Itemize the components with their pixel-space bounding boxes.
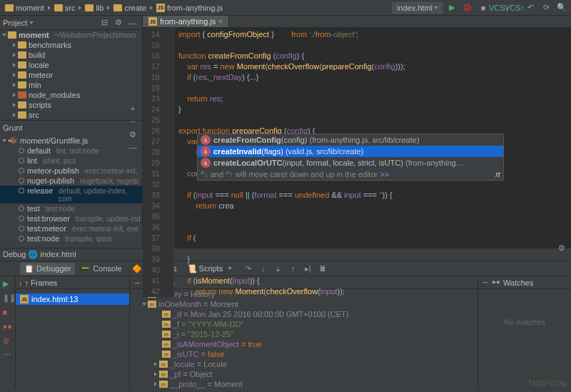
vcs-commit-icon[interactable]: VCS↑ <box>508 1 521 14</box>
close-icon[interactable]: × <box>218 18 222 25</box>
line-gutter: 14 15 16 17 18 19 23 24 25 26 27 28 29 3… <box>143 28 164 297</box>
completion-hint: ^↓ and ^↑ will move caret down and up in… <box>198 169 503 180</box>
tree-folder[interactable]: locale <box>0 60 142 70</box>
tree-folder[interactable]: benchmarks <box>0 40 142 50</box>
breadcrumb: moment src lib create JSfrom-anything.js <box>3 3 225 13</box>
vcs-update-icon[interactable]: VCS↓ <box>492 1 505 14</box>
watermark: TMOP.COM <box>528 380 567 388</box>
grunt-header: Grunt + − ⚙ — <box>0 121 142 135</box>
top-toolbar: moment src lib create JSfrom-anything.js… <box>0 0 571 16</box>
variable-row[interactable]: minOneMonth = Moment <box>130 299 477 309</box>
project-tree[interactable]: moment~/WebstormProjects/mom benchmarksb… <box>0 30 142 120</box>
resume-icon[interactable]: ▶ <box>3 279 13 289</box>
variable-row[interactable]: m_isAMomentObject = true <box>130 339 477 349</box>
view-breakpoints-icon[interactable]: ●● <box>3 322 13 332</box>
completion-item[interactable]: λcreateFromConfig(config) (from-anything… <box>198 134 503 146</box>
tree-folder[interactable]: min <box>0 80 142 90</box>
tree-folder[interactable]: build <box>0 50 142 60</box>
variable-row[interactable]: m_isUTC = false <box>130 349 477 359</box>
grunt-task[interactable]: test:browsertranspile, update-ind <box>0 213 142 223</box>
mute-breakpoints-icon[interactable]: ⊘ <box>3 336 13 346</box>
editor-tabs: JSfrom-anything.js× <box>143 16 571 28</box>
hide-icon[interactable]: — <box>126 141 139 154</box>
variable-row[interactable]: m__proto__ = Moment <box>130 379 477 389</box>
hint-link[interactable]: >> <box>380 170 389 179</box>
debug-icon[interactable]: 🐞 <box>461 1 474 14</box>
tree-root[interactable]: moment~/WebstormProjects/mom <box>0 30 142 40</box>
collapse-icon[interactable]: ⊟ <box>98 16 111 29</box>
frame-row[interactable]: JSindex.html:13 <box>16 293 129 305</box>
revert-icon[interactable]: ↶ <box>524 1 537 14</box>
run-icon[interactable]: ▶ <box>445 1 458 14</box>
variable-row[interactable]: m_i = "2015-12-25" <box>130 329 477 339</box>
settings-icon[interactable]: ⋯ <box>3 351 13 361</box>
code-editor[interactable]: 14 15 16 17 18 19 23 24 25 26 27 28 29 3… <box>143 28 571 297</box>
pause-icon[interactable]: ❚❚ <box>3 293 13 303</box>
frames-header: ↓ ↑ Frames <box>16 276 129 289</box>
tree-folder[interactable]: src <box>0 110 142 120</box>
minus-icon[interactable]: − <box>126 115 139 128</box>
grunt-task[interactable]: lintjshint, jscs <box>0 156 142 166</box>
tab-console[interactable]: 📟 Console <box>76 263 126 275</box>
run-config-selector[interactable]: index.html <box>392 2 443 14</box>
crumb-1[interactable]: src <box>52 3 78 13</box>
grunt-task[interactable]: defaultlint, test:node <box>0 146 142 156</box>
completion-item[interactable]: λcreateInvalid(flags) (valid.js, src/lib… <box>198 146 503 157</box>
gear-icon[interactable]: ⚙ <box>126 128 139 141</box>
tree-folder[interactable]: scripts <box>0 100 142 110</box>
grunt-task[interactable]: test:meteorexec:meteor-init, exe <box>0 223 142 233</box>
variable-row[interactable]: m_d = Mon Jan 25 2016 00:00:00 GMT+0100 … <box>130 309 477 319</box>
tab-debugger[interactable]: 📋 Debugger <box>20 263 75 275</box>
crumb-0[interactable]: moment <box>3 3 46 13</box>
add-icon[interactable]: + <box>126 102 139 115</box>
search-icon[interactable]: 🔍 <box>555 1 568 14</box>
project-label: Project <box>3 19 27 27</box>
completion-popup[interactable]: λcreateFromConfig(config) (from-anything… <box>197 134 504 181</box>
editor-tab[interactable]: JSfrom-anything.js× <box>143 16 229 27</box>
debug-side-controls: ▶ ❚❚ ■ ●● ⊘ ⋯ <box>0 276 16 389</box>
gear-icon[interactable]: ⚙ <box>112 16 125 29</box>
crumb-file[interactable]: JSfrom-anything.js <box>154 3 225 13</box>
crumb-2[interactable]: lib <box>83 3 106 13</box>
variable-row[interactable]: m_pf = Object <box>130 369 477 379</box>
grunt-task[interactable]: testtest:node <box>0 203 142 213</box>
tree-folder[interactable]: node_modules <box>0 90 142 100</box>
stop-icon[interactable]: ■ <box>477 1 490 14</box>
grunt-task[interactable]: test:nodetranspile, qtest <box>0 233 142 243</box>
variable-row[interactable]: m_locale = Locale <box>130 359 477 369</box>
grunt-task[interactable]: releasedefault, update-index, com <box>0 186 142 203</box>
hide-icon[interactable]: — <box>126 16 139 29</box>
completion-item[interactable]: λcreateLocalOrUTC(input, format, locale,… <box>198 157 503 169</box>
grunt-task[interactable]: nuget-publishnugetpack, nugetp <box>0 176 142 186</box>
sync-icon[interactable]: ⟳ <box>540 1 552 14</box>
gruntfile-node[interactable]: 🐗 moment/Gruntfile.js <box>0 135 142 146</box>
variable-row[interactable]: m_f = "YYYY-MM-DD" <box>130 319 477 329</box>
tree-folder[interactable]: meteor <box>0 70 142 80</box>
crumb-3[interactable]: create <box>111 3 148 13</box>
project-pane-header: Project ⊟ ⚙ — <box>0 16 142 30</box>
grunt-task[interactable]: meteor-publishexec:meteor-init, <box>0 166 142 176</box>
stop-icon[interactable]: ■ <box>3 308 13 318</box>
fold-gutter[interactable] <box>164 28 174 297</box>
